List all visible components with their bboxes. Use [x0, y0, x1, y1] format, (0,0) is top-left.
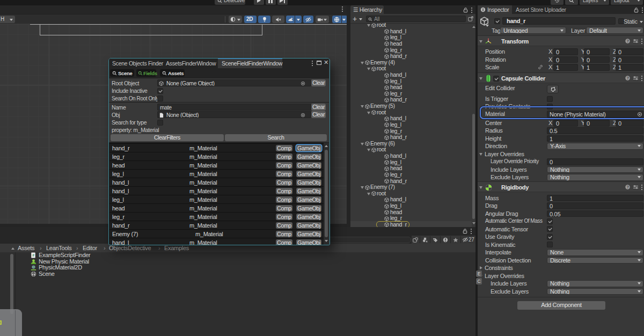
svg-text:#: # — [32, 253, 34, 257]
